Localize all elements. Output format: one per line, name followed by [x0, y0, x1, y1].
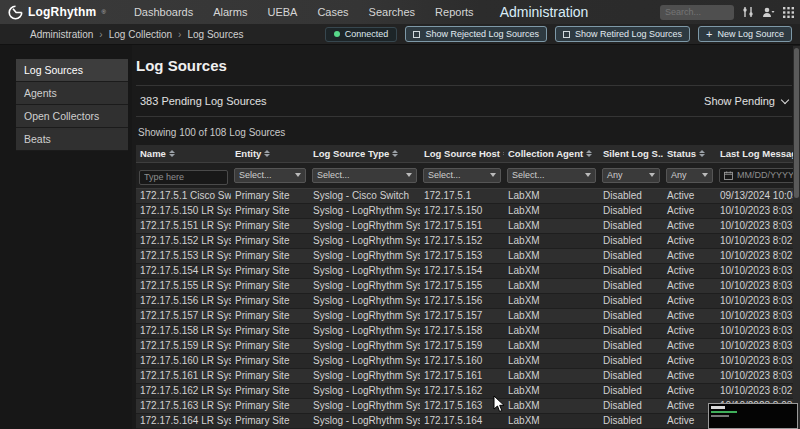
log-sources-table: Name Entity Log Source Type Log Source H…	[136, 145, 800, 429]
cell-silent: Disabled	[599, 383, 663, 398]
sort-icon	[169, 150, 175, 157]
log-source-host-filter-select[interactable]: Select...	[423, 168, 501, 183]
scrollbar-thumb[interactable]	[794, 48, 799, 198]
cell-type: Syslog - LogRhythm Syslog Ge...	[309, 278, 420, 293]
date-filter-input[interactable]: MM/DD/YYYY	[719, 168, 799, 183]
sidebar-item-beats[interactable]: Beats	[16, 128, 128, 151]
topnav-item-dashboards[interactable]: Dashboards	[124, 0, 203, 24]
table-row[interactable]: 172.17.5.150 LR Sysl...Primary SiteSyslo…	[136, 203, 800, 218]
topnav-item-ueba[interactable]: UEBA	[257, 0, 307, 24]
sidebar-item-log-sources[interactable]: Log Sources	[16, 59, 128, 82]
cell-status: Active	[663, 353, 716, 368]
pip-decoration	[711, 411, 737, 413]
cell-last: 10/10/2023 8:03 am	[716, 218, 800, 233]
cell-name: 172.17.5.155 LR Sysl...	[136, 278, 231, 293]
table-row[interactable]: 172.17.5.155 LR Sysl...Primary SiteSyslo…	[136, 278, 800, 293]
pip-terminal-overlay	[708, 403, 798, 429]
table-row[interactable]: 172.17.5.162 LR Sysl...Primary SiteSyslo…	[136, 383, 800, 398]
column-header-collection-agent[interactable]: Collection Agent	[504, 145, 599, 163]
search-filters-icon[interactable]	[742, 6, 754, 18]
toolbar: Administration › Log Collection › Log So…	[0, 24, 800, 45]
entity-filter-select[interactable]: Select...	[234, 168, 306, 183]
table-row[interactable]: 172.17.5.164 LR Sysl...Primary SiteSyslo…	[136, 413, 800, 428]
cell-type: Syslog - LogRhythm Syslog Ge...	[309, 263, 420, 278]
user-menu-icon[interactable]	[762, 6, 775, 18]
page-title: Log Sources	[136, 57, 792, 74]
cell-type: Syslog - LogRhythm Syslog Ge...	[309, 248, 420, 263]
caret-down-icon	[585, 173, 591, 177]
table-row[interactable]: 172.17.5.161 LR Sysl...Primary SiteSyslo…	[136, 368, 800, 383]
cell-silent: Disabled	[599, 233, 663, 248]
table-row[interactable]: 172.17.5.153 LR Sysl...Primary SiteSyslo…	[136, 248, 800, 263]
column-header-entity[interactable]: Entity	[231, 145, 309, 163]
new-log-source-label: New Log Source	[717, 29, 784, 39]
cell-status: Active	[663, 368, 716, 383]
cell-entity: Primary Site	[231, 293, 309, 308]
cell-silent: Disabled	[599, 323, 663, 338]
cell-type: Syslog - LogRhythm Syslog Ge...	[309, 413, 420, 428]
cell-name: 172.17.5.152 LR Sysl...	[136, 233, 231, 248]
cell-agent: LabXM	[504, 248, 599, 263]
chevron-down-icon	[781, 95, 789, 103]
cell-host: 172.17.5.153	[420, 248, 504, 263]
cell-agent: LabXM	[504, 188, 599, 203]
show-retired-log-sources-button[interactable]: Show Retired Log Sources	[555, 26, 690, 42]
topnav-item-reports[interactable]: Reports	[425, 0, 484, 24]
table-row[interactable]: 172.17.5.154 LR Sysl...Primary SiteSyslo…	[136, 263, 800, 278]
collection-agent-filter-select[interactable]: Select...	[507, 168, 596, 183]
table-row[interactable]: 172.17.5.1 Cisco Swit...Primary SiteSysl…	[136, 188, 800, 203]
log-source-type-filter-select[interactable]: Select...	[312, 168, 417, 183]
cell-name: 172.17.5.154 LR Sysl...	[136, 263, 231, 278]
table-row[interactable]: 172.17.5.157 LR Sysl...Primary SiteSyslo…	[136, 308, 800, 323]
cell-status: Active	[663, 278, 716, 293]
cell-host: 172.17.5.161	[420, 368, 504, 383]
table-row[interactable]: 172.17.5.163 LR Sysl...Primary SiteSyslo…	[136, 398, 800, 413]
table-row[interactable]: 172.17.5.160 LR Sysl...Primary SiteSyslo…	[136, 353, 800, 368]
cell-silent: Disabled	[599, 293, 663, 308]
brand-name: LogRhythm	[28, 5, 96, 19]
table-row[interactable]: 172.17.5.151 LR Sysl...Primary SiteSyslo…	[136, 218, 800, 233]
logrhythm-logo[interactable]: LogRhythm ®	[8, 5, 106, 20]
column-header-log-source-type[interactable]: Log Source Type	[309, 145, 420, 163]
vertical-scrollbar[interactable]	[793, 46, 800, 429]
topnav-item-searches[interactable]: Searches	[359, 0, 425, 24]
search-input[interactable]	[665, 7, 729, 17]
topnav-item-cases[interactable]: Cases	[307, 0, 358, 24]
apps-grid-icon[interactable]	[783, 7, 794, 18]
column-header-silent-log-source[interactable]: Silent Log S...	[599, 145, 663, 163]
silent-log-source-filter-select[interactable]: Any	[602, 168, 660, 183]
cell-type: Syslog - LogRhythm Syslog Ge...	[309, 233, 420, 248]
topnav-item-administration[interactable]: Administration	[500, 4, 589, 20]
show-pending-toggle[interactable]: Show Pending	[704, 95, 788, 107]
sidebar-item-open-collectors[interactable]: Open Collectors	[16, 105, 128, 128]
calendar-icon	[724, 171, 733, 180]
column-header-last-log-message[interactable]: Last Log Message	[716, 145, 800, 163]
caret-down-icon	[490, 173, 496, 177]
global-search[interactable]	[660, 5, 734, 20]
cell-agent: LabXM	[504, 263, 599, 278]
breadcrumb-administration[interactable]: Administration	[30, 29, 93, 40]
show-rejected-log-sources-button[interactable]: Show Rejected Log Sources	[405, 26, 547, 42]
cell-type: Syslog - LogRhythm Syslog Ge...	[309, 368, 420, 383]
topnav-item-alarms[interactable]: Alarms	[203, 0, 257, 24]
cell-entity: Primary Site	[231, 398, 309, 413]
cell-entity: Primary Site	[231, 203, 309, 218]
breadcrumb-log-sources[interactable]: Log Sources	[187, 29, 243, 40]
name-filter-input[interactable]	[139, 170, 228, 185]
breadcrumb-log-collection[interactable]: Log Collection	[109, 29, 172, 40]
table-row[interactable]: 172.17.5.156 LR Sysl...Primary SiteSyslo…	[136, 293, 800, 308]
new-log-source-button[interactable]: + New Log Source	[698, 26, 792, 42]
table-row[interactable]: 172.17.5.152 LR Sysl...Primary SiteSyslo…	[136, 233, 800, 248]
column-header-status[interactable]: Status	[663, 145, 716, 163]
table-row[interactable]: 172.17.5.159 LR Sysl...Primary SiteSyslo…	[136, 338, 800, 353]
status-filter-select[interactable]: Any	[666, 168, 713, 183]
table-row[interactable]: 172.17.5.158 LR Sysl...Primary SiteSyslo…	[136, 323, 800, 338]
column-header-log-source-host[interactable]: Log Source Host	[420, 145, 504, 163]
cell-host: 172.17.5.154	[420, 263, 504, 278]
cell-entity: Primary Site	[231, 233, 309, 248]
cell-host: 172.17.5.155	[420, 278, 504, 293]
cell-silent: Disabled	[599, 308, 663, 323]
sidebar-item-agents[interactable]: Agents	[16, 82, 128, 105]
column-header-name[interactable]: Name	[136, 145, 231, 163]
pip-decoration	[711, 406, 725, 409]
